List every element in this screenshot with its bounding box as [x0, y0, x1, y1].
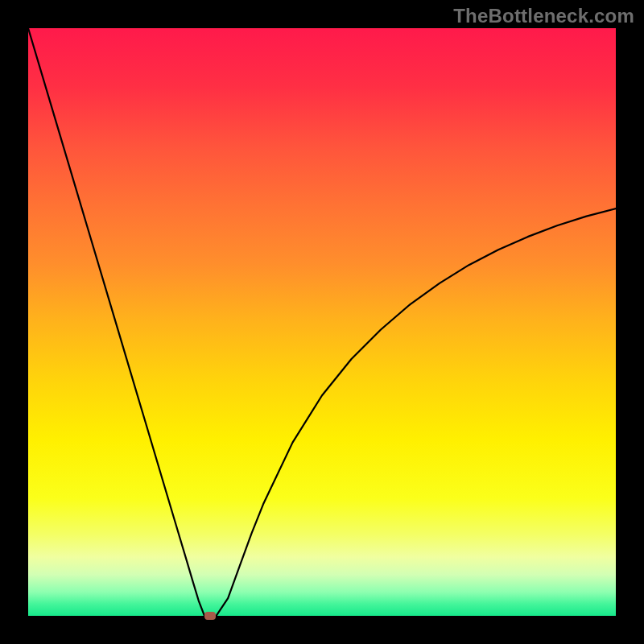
chart-frame: TheBottleneck.com	[0, 0, 644, 644]
watermark-text: TheBottleneck.com	[453, 5, 634, 27]
plot-area	[28, 28, 616, 616]
optimal-point-marker	[204, 612, 216, 620]
bottleneck-curve	[28, 28, 616, 616]
